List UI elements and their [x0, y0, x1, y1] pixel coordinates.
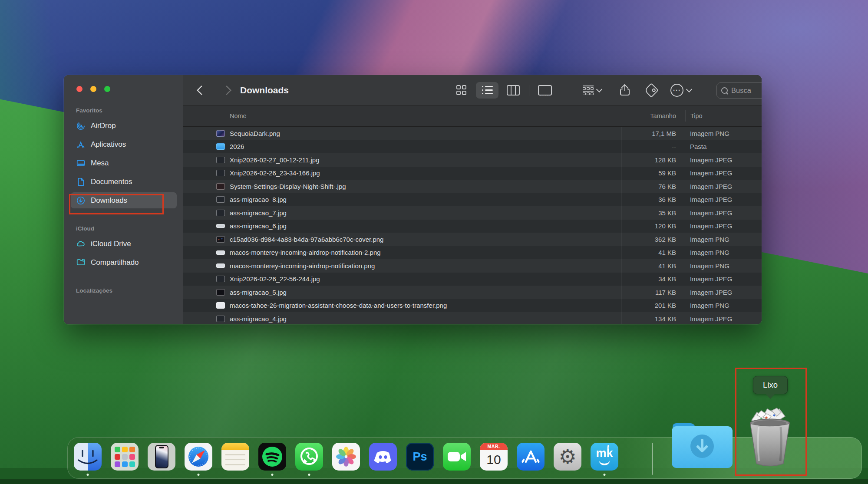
window-controls — [76, 86, 110, 92]
discord-icon[interactable] — [369, 443, 397, 471]
gallery-view-button[interactable] — [534, 82, 556, 99]
back-button[interactable] — [198, 75, 205, 105]
file-row[interactable]: ass-migracao_8.jpg36 KBImagem JPEG — [183, 193, 762, 207]
file-row[interactable]: ass-migracao_4.jpg134 KBImagem JPEG — [183, 312, 762, 324]
sidebar-item-label: Aplicativos — [91, 140, 126, 149]
window-title: Downloads — [240, 75, 289, 105]
chevron-down-icon — [686, 86, 692, 92]
sidebar-item-documentos[interactable]: Documentos — [64, 172, 183, 191]
minimize-button[interactable] — [90, 86, 96, 92]
group-by-icon — [583, 86, 594, 95]
column-view-button[interactable] — [502, 82, 525, 99]
file-row[interactable]: SequoiaDark.png17,1 MBImagem PNG — [183, 127, 762, 140]
toolbar-divider — [529, 85, 529, 96]
finder-sidebar: Favoritos AirDrop Aplicativos — [64, 75, 183, 324]
file-row[interactable]: 2026--Pasta — [183, 140, 762, 154]
appstore-icon[interactable] — [517, 443, 545, 471]
spotify-icon[interactable] — [258, 443, 286, 471]
sidebar-item-label: Documentos — [91, 178, 132, 186]
file-thumbnail — [216, 263, 225, 268]
file-row[interactable]: System-Settings-Display-Night-Shift-.jpg… — [183, 180, 762, 193]
list-view-button[interactable] — [476, 82, 498, 99]
file-row[interactable]: Xnip2026-02-26_23-34-166.jpg59 KBImagem … — [183, 167, 762, 180]
more-actions-button[interactable]: ··· — [670, 75, 691, 105]
column-header-tamanho[interactable]: Tamanho — [622, 110, 685, 122]
view-switcher — [450, 75, 556, 105]
search-field[interactable]: Busca — [716, 82, 762, 99]
downloads-stack-icon[interactable] — [669, 417, 735, 471]
gallery-view-icon — [538, 85, 552, 95]
column-header-tipo[interactable]: Tipo — [685, 110, 762, 122]
shared-folder-icon — [76, 258, 86, 267]
grid-view-icon — [456, 85, 466, 95]
forward-button[interactable] — [223, 75, 230, 105]
dock-icons: Ps MAR. 10 ⚙ — [74, 443, 618, 471]
share-icon — [620, 85, 630, 95]
downloads-icon — [76, 196, 86, 205]
file-thumbnail — [216, 130, 225, 137]
zoom-button[interactable] — [104, 86, 110, 92]
file-row[interactable]: ass-migracao_7.jpg35 KBImagem JPEG — [183, 206, 762, 220]
finder-window: Favoritos AirDrop Aplicativos — [64, 75, 762, 324]
file-thumbnail — [216, 276, 225, 282]
dock: Ps MAR. 10 ⚙ — [67, 437, 862, 479]
share-button[interactable] — [620, 75, 630, 105]
icon-view-button[interactable] — [450, 82, 472, 99]
calendar-icon[interactable]: MAR. 10 — [480, 443, 508, 471]
sidebar-item-icloud-drive[interactable]: iCloud Drive — [64, 234, 183, 253]
sidebar-item-label: Downloads — [91, 196, 127, 205]
icloud-icon — [76, 239, 86, 249]
tags-button[interactable] — [646, 75, 657, 105]
whatsapp-icon[interactable] — [295, 443, 323, 471]
chevron-left-icon — [197, 85, 207, 95]
sidebar-item-airdrop[interactable]: AirDrop — [64, 116, 183, 135]
desktop-icon — [76, 158, 86, 168]
dock-divider — [652, 443, 653, 475]
sidebar-item-compartilhado[interactable]: Compartilhado — [64, 253, 183, 272]
file-thumbnail — [216, 183, 225, 190]
wallpaper-bottom-band — [0, 479, 868, 484]
safari-icon[interactable] — [185, 443, 212, 471]
sidebar-section-localizacoes: Localizações — [76, 287, 183, 294]
sidebar-item-label: Compartilhado — [91, 258, 139, 267]
list-header: Nome Tamanho Tipo — [183, 105, 762, 127]
trash-icon[interactable] — [744, 399, 796, 470]
close-button[interactable] — [76, 86, 83, 92]
sidebar-item-aplicativos[interactable]: Aplicativos — [64, 135, 183, 154]
photos-icon[interactable] — [332, 443, 360, 471]
file-thumbnail — [216, 302, 225, 309]
chevron-down-icon — [596, 86, 602, 92]
file-row[interactable]: Xnip2026-02-27_00-12-211.jpg128 KBImagem… — [183, 153, 762, 167]
group-by-button[interactable] — [583, 75, 601, 105]
notes-icon[interactable] — [221, 443, 249, 471]
file-row[interactable]: macos-tahoe-26-migration-assistant-choos… — [183, 299, 762, 313]
finder-icon[interactable] — [74, 443, 102, 471]
file-row[interactable]: macos-monterey-incoming-airdrop-notifica… — [183, 259, 762, 273]
file-row[interactable]: macos-monterey-incoming-airdrop-notifica… — [183, 246, 762, 260]
sidebar-item-mesa[interactable]: Mesa — [64, 154, 183, 172]
launchpad-icon[interactable] — [111, 443, 139, 471]
document-icon — [76, 177, 86, 187]
file-row[interactable]: ass-migracao_5.jpg117 KBImagem JPEG — [183, 286, 762, 299]
applications-icon — [76, 140, 86, 149]
finder-main: Downloads — [183, 75, 762, 324]
file-row[interactable]: ass-migracao_6.jpg120 KBImagem JPEG — [183, 220, 762, 233]
chevron-right-icon — [222, 85, 232, 95]
sidebar-section-favoritos: Favoritos — [76, 107, 183, 114]
file-row[interactable]: c15ad036-d984-4a83-b4da-97a6abb6c70c-cov… — [183, 233, 762, 246]
search-icon — [721, 87, 728, 94]
file-thumbnail — [216, 250, 225, 255]
column-view-icon — [507, 85, 520, 95]
file-row[interactable]: Xnip2026-02-26_22-56-244.jpg34 KBImagem … — [183, 273, 762, 286]
iphone-mirroring-icon[interactable] — [148, 443, 175, 471]
file-thumbnail — [216, 196, 225, 203]
mk-icon[interactable]: mk — [591, 443, 618, 471]
file-list: SequoiaDark.png17,1 MBImagem PNG 2026--P… — [183, 127, 762, 324]
facetime-icon[interactable] — [443, 443, 471, 471]
gear-icon: ⚙ — [558, 447, 576, 467]
sidebar-item-downloads[interactable]: Downloads — [64, 191, 183, 210]
photoshop-icon[interactable]: Ps — [406, 443, 434, 471]
file-thumbnail — [216, 157, 225, 163]
column-header-nome[interactable]: Nome — [183, 112, 622, 119]
settings-icon[interactable]: ⚙ — [554, 443, 581, 471]
